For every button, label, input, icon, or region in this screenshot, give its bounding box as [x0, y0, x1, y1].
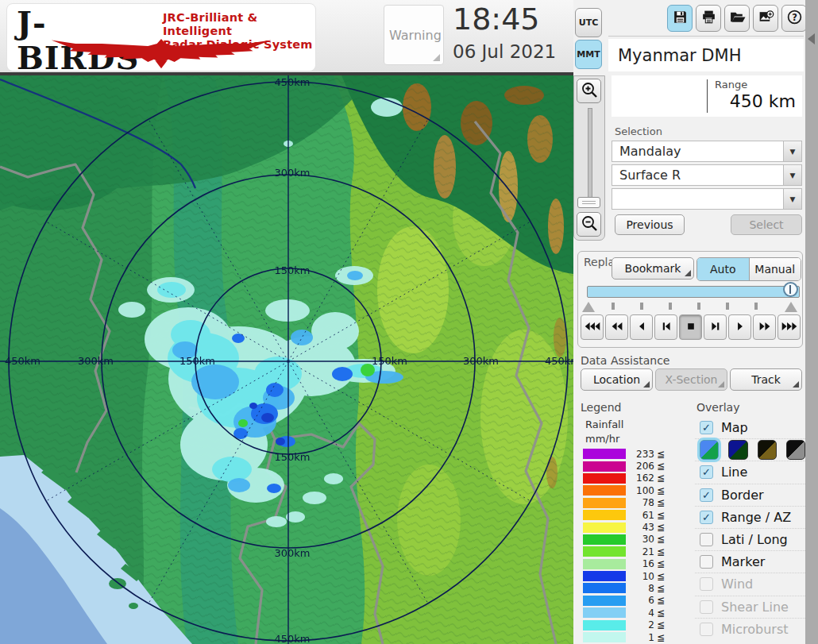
timeline-end-marker — [785, 302, 797, 312]
fast-forward-icon — [781, 322, 798, 334]
legend-row: 233≦ — [583, 448, 678, 460]
checkbox-marker[interactable] — [700, 555, 713, 569]
overlay-item-line[interactable]: ✓Line — [695, 461, 805, 483]
range-label-text: Range — [715, 79, 747, 91]
range-label: 450km — [274, 76, 310, 88]
overlay-item-shear-line: Shear Line — [695, 596, 805, 618]
previous-button[interactable]: Previous — [615, 214, 685, 235]
header-divider — [0, 72, 605, 75]
legend-comparator: ≦ — [654, 449, 665, 460]
clock-date: 06 Jul 2021 — [453, 41, 588, 62]
collapse-arrow-icon — [808, 33, 815, 44]
bookmark-button[interactable]: Bookmark — [612, 257, 694, 280]
selection-label: Selection — [615, 125, 662, 137]
legend-swatch — [583, 534, 626, 545]
range-value: 450 km — [730, 91, 796, 111]
checkbox-range-az[interactable]: ✓ — [700, 511, 713, 524]
timeline-tick — [612, 303, 615, 310]
timezone-mmt-button[interactable]: MMT — [575, 40, 602, 69]
help-icon: ? — [786, 9, 803, 29]
map-style-navy-darkgreen[interactable] — [728, 440, 747, 460]
legend-comparator: ≦ — [654, 461, 665, 472]
selection-dropdown-extra[interactable]: ▼ — [612, 188, 802, 210]
overlay-item-range-az[interactable]: ✓Range / AZ — [695, 506, 805, 528]
checkbox-map[interactable]: ✓ — [700, 421, 713, 434]
legend-comparator: ≦ — [654, 558, 665, 569]
legend-swatch — [583, 571, 626, 581]
replay-timeline-slider[interactable] — [587, 286, 800, 298]
location-button[interactable]: Location — [581, 368, 653, 391]
zoom-slider-handle[interactable] — [577, 197, 600, 208]
selection-dropdown-site[interactable]: Mandalay ▼ — [612, 141, 802, 162]
timeline-tick — [669, 303, 672, 310]
checkbox-lati-long[interactable] — [700, 533, 713, 546]
stop-button[interactable] — [679, 314, 702, 340]
overlay-item-label: Marker — [713, 554, 765, 569]
play-forward-button[interactable] — [728, 314, 751, 340]
step-backward-button[interactable] — [654, 314, 677, 340]
checkbox-line[interactable]: ✓ — [700, 465, 713, 479]
overlay-item-marker[interactable]: Marker — [695, 550, 805, 573]
rewind-button[interactable] — [605, 314, 628, 340]
legend-swatch — [583, 607, 626, 618]
range-label: 300km — [274, 547, 310, 559]
checkbox-border[interactable]: ✓ — [700, 488, 713, 502]
selection-dropdown-product[interactable]: Surface R ▼ — [612, 164, 802, 186]
legend-swatch — [583, 473, 626, 484]
legend-swatch — [583, 546, 626, 557]
legend-value: 78 — [626, 497, 654, 508]
legend-value: 206 — [626, 461, 654, 472]
panel-divider — [608, 36, 804, 37]
legend-row: 6≦ — [583, 595, 678, 607]
legend-row: 206≦ — [583, 460, 678, 472]
radar-map[interactable]: 450km 300km 150km 150km 300km 450km 450k… — [0, 75, 573, 644]
forward-button[interactable] — [753, 314, 776, 340]
chevron-down-icon[interactable]: ▼ — [783, 141, 801, 161]
legend-row: 78≦ — [583, 497, 678, 509]
auto-mode-button[interactable]: Auto — [697, 258, 750, 280]
overlay-item-label: Range / AZ — [713, 510, 791, 525]
fast-forward-button[interactable] — [777, 314, 801, 340]
warning-button[interactable]: Warning — [384, 5, 444, 65]
track-button[interactable]: Track — [730, 368, 802, 391]
chevron-down-icon[interactable]: ▼ — [783, 189, 801, 209]
overlay-item-map[interactable]: ✓Map — [695, 416, 805, 438]
legend-value: 2 — [626, 619, 654, 631]
manual-mode-button[interactable]: Manual — [750, 258, 801, 280]
step-forward-button[interactable] — [704, 314, 727, 340]
chevron-down-icon[interactable]: ▼ — [783, 165, 801, 185]
map-style-blue-green[interactable] — [700, 440, 719, 460]
legend-value: 4 — [626, 607, 654, 619]
fast-rewind-button[interactable] — [581, 314, 604, 340]
play-backward-button[interactable] — [630, 314, 653, 340]
print-icon — [700, 9, 717, 29]
map-style-black-olive[interactable] — [758, 440, 777, 460]
map-style-black-gray[interactable] — [786, 440, 805, 460]
clock-time: 18:45 — [453, 2, 580, 37]
overlay-item-lati-long[interactable]: Lati / Long — [695, 528, 805, 550]
replay-slider-handle[interactable] — [783, 282, 798, 297]
timezone-toggle: UTCMMT — [575, 8, 602, 69]
zoom-in-button[interactable] — [577, 79, 601, 103]
zoom-slider[interactable] — [588, 108, 592, 199]
save-button[interactable] — [667, 5, 693, 32]
legend-row: 2≦ — [583, 619, 678, 631]
range-label: 300km — [78, 355, 114, 367]
open-folder-button[interactable] — [724, 5, 750, 32]
help-button[interactable]: ? — [781, 5, 807, 32]
legend-swatch — [583, 498, 626, 508]
logo: J-BIRDS JRC-Brilliant & Intelligent Rada… — [6, 3, 316, 71]
print-button[interactable] — [696, 5, 721, 32]
zoom-out-icon — [580, 214, 599, 235]
overlay-label: Overlay — [696, 401, 739, 414]
legend-comparator: ≦ — [654, 571, 665, 582]
zoom-out-button[interactable] — [577, 212, 601, 237]
legend-row: 21≦ — [583, 546, 678, 557]
panel-collapse-strip[interactable] — [805, 0, 818, 644]
timezone-utc-button[interactable]: UTC — [575, 8, 602, 37]
legend-row: 4≦ — [583, 607, 678, 619]
overlay-item-border[interactable]: ✓Border — [695, 484, 805, 506]
overlay-item-label: Microburst — [713, 622, 789, 637]
capture-button[interactable] — [753, 5, 778, 32]
select-button: Select — [731, 214, 802, 235]
